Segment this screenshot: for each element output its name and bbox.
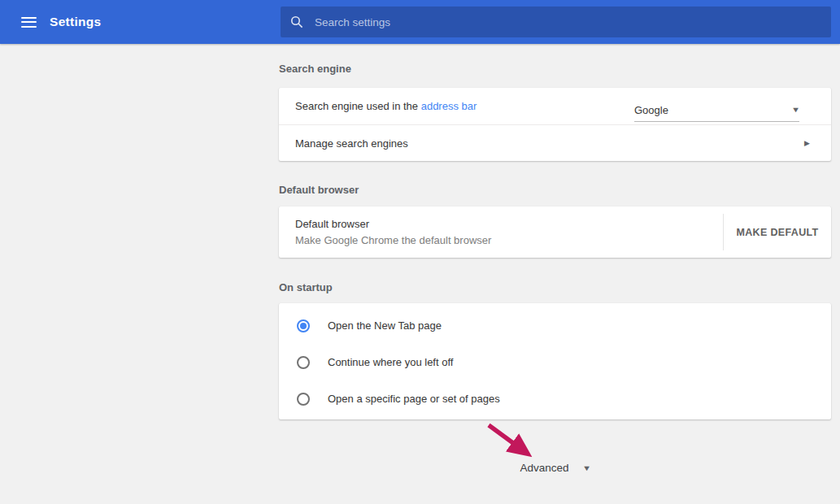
search-engine-card: Search engine used in the address bar Go…: [279, 88, 831, 161]
app-header: Settings: [0, 0, 840, 44]
subpage-arrow-icon: ▶: [804, 139, 810, 147]
search-engine-row-prefix: Search engine used in the: [295, 100, 421, 112]
search-engine-dropdown-value: Google: [634, 104, 668, 116]
settings-search-box[interactable]: [281, 7, 831, 37]
radio-button[interactable]: [297, 356, 310, 369]
page-title: Settings: [50, 15, 102, 29]
search-engine-row-text: Search engine used in the address bar: [295, 100, 477, 112]
settings-content: Search engine Search engine used in the …: [279, 44, 831, 474]
section-label-on-startup: On startup: [279, 282, 831, 293]
search-icon: [290, 15, 303, 28]
menu-icon[interactable]: [21, 17, 37, 28]
section-label-search-engine: Search engine: [279, 63, 831, 75]
search-engine-dropdown[interactable]: Google ▼: [634, 99, 799, 122]
radio-button[interactable]: [297, 319, 310, 332]
default-browser-card: Default browser Make Google Chrome the d…: [279, 206, 831, 258]
manage-search-engines-label: Manage search engines: [295, 137, 408, 150]
on-startup-card: Open the New Tab page Continue where you…: [279, 303, 831, 419]
default-browser-title: Default browser: [295, 216, 707, 232]
make-default-button[interactable]: MAKE DEFAULT: [724, 206, 831, 258]
default-browser-text: Default browser Make Google Chrome the d…: [279, 206, 723, 258]
dropdown-caret-icon: ▼: [791, 106, 800, 114]
startup-option-continue[interactable]: Continue where you left off: [279, 344, 831, 380]
address-bar-link[interactable]: address bar: [421, 100, 477, 112]
section-label-default-browser: Default browser: [279, 185, 831, 196]
default-browser-subtitle: Make Google Chrome the default browser: [295, 232, 707, 249]
radio-label: Continue where you left off: [328, 356, 453, 368]
settings-search-input[interactable]: [313, 15, 821, 29]
advanced-label: Advanced: [520, 462, 569, 474]
startup-option-new-tab[interactable]: Open the New Tab page: [279, 307, 831, 344]
advanced-button[interactable]: Advanced ▼: [279, 462, 831, 474]
radio-button[interactable]: [297, 393, 310, 406]
radio-label: Open the New Tab page: [328, 319, 442, 332]
radio-label: Open a specific page or set of pages: [328, 393, 500, 405]
advanced-caret-icon: ▼: [581, 464, 590, 472]
search-engine-row: Search engine used in the address bar Go…: [279, 88, 831, 124]
startup-option-specific-pages[interactable]: Open a specific page or set of pages: [279, 380, 831, 417]
manage-search-engines-row[interactable]: Manage search engines ▶: [279, 124, 831, 161]
